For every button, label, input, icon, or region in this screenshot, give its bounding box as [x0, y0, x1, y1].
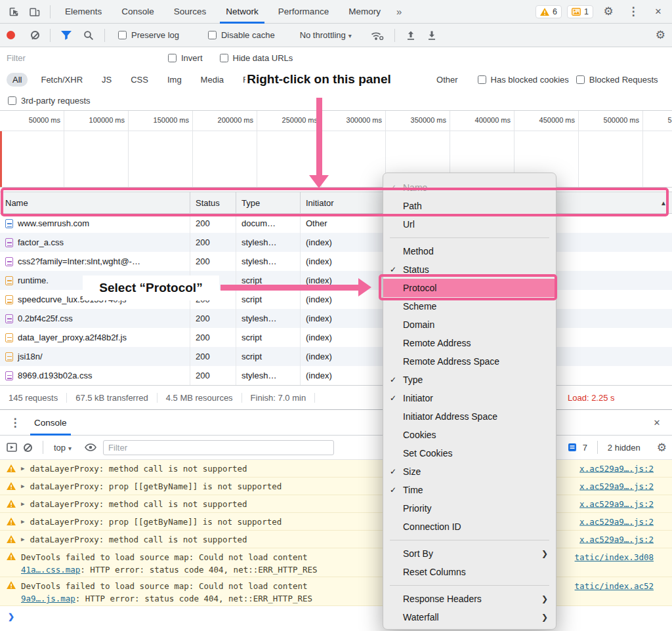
- device-toolbar-icon[interactable]: [25, 2, 45, 22]
- inspect-element-icon[interactable]: [4, 2, 24, 22]
- table-row[interactable]: www.semrush.com 200 docum… Other: [0, 214, 672, 233]
- type-filter-other[interactable]: Other: [430, 73, 464, 87]
- preserve-log-checkbox[interactable]: Preserve log: [118, 30, 179, 40]
- console-source-link[interactable]: x.ac529a9….js:2: [579, 481, 654, 491]
- import-har-icon[interactable]: [406, 30, 416, 41]
- menu-item-name[interactable]: ✓Name: [383, 178, 556, 197]
- network-filter-input[interactable]: [7, 53, 151, 63]
- record-network-log-button[interactable]: [7, 31, 15, 39]
- issues-badge[interactable]: 1: [567, 5, 593, 18]
- table-row[interactable]: jsi18n/ 200 script (index): [0, 347, 672, 366]
- tab-network[interactable]: Network: [217, 0, 268, 24]
- table-row[interactable]: css2?family=Inter:slnt,wght@-… 200 style…: [0, 252, 672, 271]
- menu-item-path[interactable]: Path: [383, 197, 556, 215]
- menu-item-cookies[interactable]: Cookies: [383, 426, 556, 444]
- live-expression-eye-icon[interactable]: [85, 443, 96, 451]
- table-row[interactable]: factor_a.css 200 stylesh… (index): [0, 233, 672, 252]
- menu-item-reset-columns[interactable]: Reset Columns: [383, 563, 556, 581]
- table-row[interactable]: 0.2bf4c25f.css 200 stylesh… (index): [0, 309, 672, 328]
- source-map-link[interactable]: 9a9….js.map: [21, 594, 75, 603]
- throttling-select[interactable]: No throttling: [300, 30, 352, 40]
- tab-sources[interactable]: Sources: [165, 0, 216, 24]
- network-settings-gear-icon[interactable]: [656, 28, 665, 42]
- console-warning-message[interactable]: ▶ dataLayerProxy: method call is not sup…: [0, 460, 672, 478]
- console-filter-input[interactable]: [103, 440, 334, 455]
- expand-arrow-icon[interactable]: ▶: [21, 536, 24, 542]
- clear-console-icon[interactable]: [24, 443, 32, 452]
- column-header-initiator[interactable]: Initiator: [301, 192, 384, 213]
- menu-item-priority[interactable]: Priority: [383, 499, 556, 518]
- console-warning-message[interactable]: ▶ dataLayerProxy: method call is not sup…: [0, 495, 672, 513]
- expand-arrow-icon[interactable]: ▶: [21, 483, 24, 489]
- menu-item-remote-address[interactable]: Remote Address: [383, 334, 556, 352]
- tab-performance[interactable]: Performance: [269, 0, 338, 24]
- more-tabs-chevron[interactable]: »: [391, 6, 407, 17]
- type-filter-all[interactable]: All: [7, 73, 28, 87]
- drawer-tab-console[interactable]: Console: [25, 409, 76, 436]
- menu-item-url[interactable]: Url: [383, 215, 556, 234]
- menu-item-type[interactable]: ✓Type: [383, 371, 556, 389]
- menu-item-remote-address-space[interactable]: Remote Address Space: [383, 352, 556, 371]
- table-row[interactable]: 8969.d193b02a.css 200 stylesh… (index): [0, 366, 672, 385]
- blocked-requests-checkbox[interactable]: Blocked Requests: [576, 75, 658, 85]
- javascript-context-selector[interactable]: top: [54, 443, 72, 453]
- console-sidebar-icon[interactable]: [7, 443, 17, 452]
- console-source-link[interactable]: x.ac529a9….js:2: [579, 535, 654, 544]
- column-header-status[interactable]: Status: [190, 192, 236, 213]
- console-warning-message[interactable]: ▶ dataLayerProxy: method call is not sup…: [0, 531, 672, 548]
- menu-item-response-headers[interactable]: Response Headers❯: [383, 590, 556, 608]
- type-filter-js[interactable]: JS: [96, 73, 117, 87]
- menu-item-waterfall[interactable]: Waterfall❯: [383, 608, 556, 626]
- clear-network-log-icon[interactable]: [31, 31, 39, 39]
- type-filter-fetch-xhr[interactable]: Fetch/XHR: [35, 73, 89, 87]
- table-row[interactable]: data_layer_proxy.a2f48b2f.js 200 script …: [0, 328, 672, 347]
- console-warning-message[interactable]: ▶ dataLayerProxy: prop [[getByName]] is …: [0, 478, 672, 495]
- console-source-link[interactable]: tatic/index.3d08: [575, 552, 654, 562]
- menu-item-status[interactable]: ✓Status: [383, 260, 556, 279]
- tab-console[interactable]: Console: [112, 0, 163, 24]
- close-devtools-icon[interactable]: [648, 2, 668, 22]
- menu-item-set-cookies[interactable]: Set Cookies: [383, 444, 556, 462]
- export-har-icon[interactable]: [427, 30, 437, 41]
- menu-item-sort-by[interactable]: Sort By❯: [383, 544, 556, 563]
- menu-item-size[interactable]: ✓Size: [383, 462, 556, 481]
- more-options-icon[interactable]: [623, 2, 643, 22]
- filter-funnel-icon[interactable]: [61, 31, 72, 40]
- console-warning-message[interactable]: ▶ dataLayerProxy: prop [[getByName]] is …: [0, 513, 672, 531]
- console-warning-message[interactable]: DevTools failed to load source map: Coul…: [0, 577, 672, 606]
- type-filter-css[interactable]: CSS: [125, 73, 154, 87]
- console-prompt[interactable]: ❯: [0, 607, 672, 631]
- console-source-link[interactable]: x.ac529a9….js:2: [579, 517, 654, 527]
- hidden-messages-label[interactable]: 2 hidden: [608, 443, 640, 453]
- menu-item-domain[interactable]: Domain: [383, 316, 556, 334]
- source-map-link[interactable]: 41a….css.map: [21, 565, 80, 575]
- tab-elements[interactable]: Elements: [56, 0, 111, 24]
- console-settings-gear-icon[interactable]: [657, 441, 667, 455]
- menu-item-connection-id[interactable]: Connection ID: [383, 518, 556, 536]
- column-header-name[interactable]: Name: [0, 192, 190, 213]
- drawer-menu-icon[interactable]: [5, 413, 25, 432]
- menu-item-time[interactable]: ✓Time: [383, 481, 556, 499]
- expand-arrow-icon[interactable]: ▶: [21, 500, 24, 507]
- type-filter-media[interactable]: Media: [195, 73, 230, 87]
- has-blocked-cookies-checkbox[interactable]: Has blocked cookies: [478, 75, 569, 85]
- third-party-requests-checkbox[interactable]: 3rd-party requests: [8, 96, 91, 106]
- menu-item-scheme[interactable]: Scheme: [383, 297, 556, 316]
- settings-gear-icon[interactable]: [598, 2, 618, 22]
- search-icon[interactable]: [83, 30, 94, 41]
- network-conditions-icon[interactable]: [370, 30, 384, 41]
- close-drawer-icon[interactable]: [647, 413, 667, 432]
- menu-item-initiator-address-space[interactable]: Initiator Address Space: [383, 407, 556, 426]
- console-source-link[interactable]: x.ac529a9….js:2: [579, 499, 654, 509]
- expand-arrow-icon[interactable]: ▶: [21, 465, 24, 472]
- warnings-badge[interactable]: 6: [536, 5, 562, 18]
- menu-item-method[interactable]: Method: [383, 242, 556, 260]
- network-overview-timeline[interactable]: 50000 ms 100000 ms 150000 ms 200000 ms 2…: [0, 110, 672, 188]
- menu-item-initiator[interactable]: ✓Initiator: [383, 389, 556, 407]
- tab-memory[interactable]: Memory: [339, 0, 390, 24]
- disable-cache-checkbox[interactable]: Disable cache: [208, 30, 275, 40]
- column-header-type[interactable]: Type: [236, 192, 301, 213]
- menu-item-protocol[interactable]: Protocol: [383, 279, 556, 297]
- console-source-link[interactable]: tatic/index.ac52: [575, 581, 654, 591]
- console-warning-message[interactable]: DevTools failed to load source map: Coul…: [0, 548, 672, 577]
